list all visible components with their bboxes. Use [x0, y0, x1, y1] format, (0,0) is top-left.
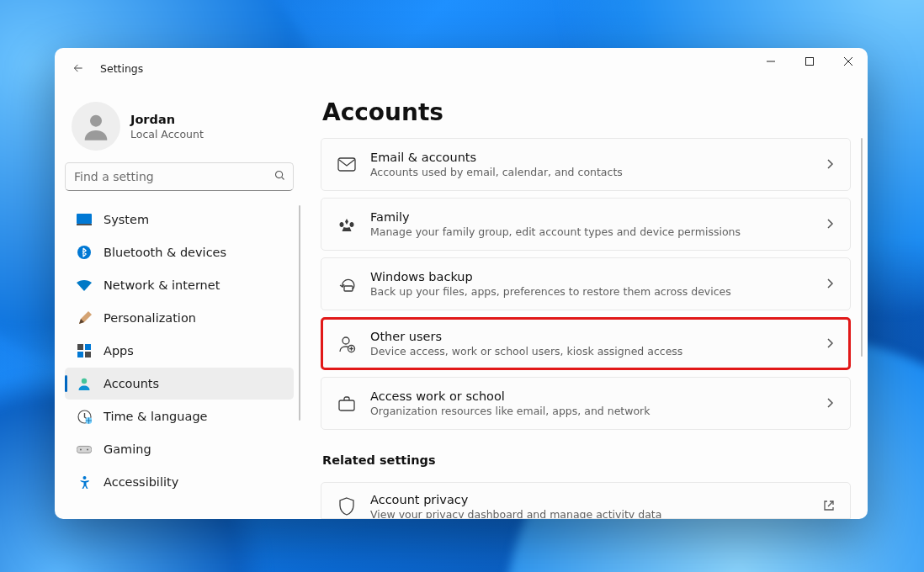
svg-point-14: [80, 448, 82, 450]
card-title: Access work or school: [370, 389, 811, 403]
svg-point-2: [276, 171, 283, 177]
card-windows-backup[interactable]: Windows backup Back up your files, apps,…: [321, 257, 851, 310]
time-language-icon: [77, 409, 92, 424]
sidebar-item-accessibility[interactable]: Accessibility: [65, 466, 294, 498]
svg-rect-9: [85, 352, 91, 358]
sidebar-item-accounts[interactable]: Accounts: [65, 368, 294, 400]
card-title: Email & accounts: [370, 151, 811, 164]
svg-rect-4: [77, 224, 92, 225]
svg-point-1: [90, 115, 102, 127]
window-controls: [751, 48, 868, 88]
card-title: Account privacy: [370, 493, 810, 506]
svg-point-16: [82, 476, 86, 479]
sidebar-item-gaming[interactable]: Gaming: [65, 433, 294, 465]
sidebar-item-time-language[interactable]: Time & language: [65, 400, 294, 432]
sidebar-item-label: System: [104, 213, 149, 226]
backup-icon: [337, 274, 357, 294]
card-subtitle: Organization resources like email, apps,…: [370, 405, 811, 417]
svg-rect-0: [806, 58, 814, 66]
chevron-right-icon: [825, 336, 835, 352]
sidebar-item-label: Time & language: [104, 410, 208, 423]
sidebar-item-personalization[interactable]: Personalization: [65, 302, 294, 334]
card-subtitle: Accounts used by email, calendar, and co…: [370, 166, 811, 178]
related-settings-label: Related settings: [322, 453, 851, 467]
bluetooth-icon: [77, 245, 92, 260]
profile-block[interactable]: Jordan Local Account: [63, 97, 307, 162]
maximize-button[interactable]: [790, 48, 829, 75]
svg-rect-6: [77, 344, 83, 350]
card-subtitle: Manage your family group, edit account t…: [370, 225, 811, 238]
svg-rect-8: [77, 352, 83, 358]
card-account-privacy[interactable]: Account privacy View your privacy dashbo…: [321, 482, 851, 519]
wifi-icon: [77, 278, 92, 293]
card-subtitle: Back up your files, apps, preferences to…: [370, 285, 811, 298]
other-users-icon: [337, 334, 357, 354]
search-input-wrap[interactable]: [65, 162, 294, 191]
accounts-icon: [77, 376, 92, 391]
accessibility-icon: [77, 474, 92, 490]
svg-point-10: [82, 379, 87, 384]
sidebar: Jordan Local Account System: [55, 88, 307, 519]
close-button[interactable]: [829, 48, 868, 75]
titlebar: Settings: [55, 48, 868, 88]
chevron-right-icon: [825, 395, 835, 411]
svg-rect-21: [339, 400, 354, 410]
family-icon: [337, 214, 357, 235]
shield-icon: [337, 496, 357, 516]
main-scrollbar[interactable]: [861, 138, 863, 357]
svg-point-19: [343, 337, 349, 344]
sidebar-scrollbar[interactable]: [299, 205, 300, 421]
gaming-icon: [77, 442, 92, 457]
avatar: [72, 102, 120, 151]
sidebar-nav: System Bluetooth & devices Network & int…: [63, 204, 307, 498]
profile-name: Jordan: [130, 113, 204, 126]
personalization-icon: [77, 310, 92, 326]
sidebar-item-label: Bluetooth & devices: [104, 246, 226, 259]
mail-icon: [337, 155, 357, 175]
minimize-button[interactable]: [751, 48, 790, 75]
svg-rect-18: [344, 286, 353, 291]
back-button[interactable]: [63, 53, 93, 83]
card-title: Windows backup: [370, 270, 811, 283]
sidebar-item-label: Network & internet: [104, 278, 220, 292]
card-email-accounts[interactable]: Email & accounts Accounts used by email,…: [321, 138, 851, 191]
sidebar-item-label: Accounts: [104, 377, 159, 390]
card-subtitle: View your privacy dashboard and manage a…: [370, 508, 810, 520]
chevron-right-icon: [825, 276, 835, 292]
system-icon: [77, 212, 92, 227]
main-content: Accounts Email & accounts Accounts used …: [307, 88, 868, 519]
svg-point-15: [87, 448, 88, 450]
search-input[interactable]: [74, 170, 273, 183]
card-other-users[interactable]: Other users Device access, work or schoo…: [321, 317, 851, 370]
profile-account-type: Local Account: [130, 128, 204, 140]
svg-rect-3: [77, 214, 92, 224]
card-title: Other users: [370, 330, 811, 343]
sidebar-item-apps[interactable]: Apps: [65, 335, 294, 367]
sidebar-item-network[interactable]: Network & internet: [65, 269, 294, 301]
svg-rect-13: [77, 446, 92, 453]
chevron-right-icon: [825, 216, 835, 232]
svg-rect-7: [85, 344, 91, 350]
sidebar-item-label: Personalization: [104, 311, 196, 325]
card-access-work-school[interactable]: Access work or school Organization resou…: [321, 377, 851, 430]
sidebar-item-label: Gaming: [104, 442, 151, 456]
search-icon: [273, 169, 286, 185]
card-subtitle: Device access, work or school users, kio…: [370, 345, 811, 358]
open-link-icon: [823, 499, 835, 515]
svg-rect-17: [338, 158, 355, 171]
card-title: Family: [370, 210, 811, 224]
card-family[interactable]: Family Manage your family group, edit ac…: [321, 198, 851, 251]
briefcase-icon: [337, 394, 357, 414]
chevron-right-icon: [825, 156, 835, 172]
page-title: Accounts: [322, 98, 851, 126]
sidebar-item-label: Accessibility: [104, 475, 178, 489]
sidebar-item-bluetooth[interactable]: Bluetooth & devices: [65, 236, 294, 268]
sidebar-item-system[interactable]: System: [65, 204, 294, 236]
settings-window: Settings Jordan Local Account: [55, 48, 868, 519]
settings-cards: Email & accounts Accounts used by email,…: [321, 138, 851, 519]
apps-icon: [77, 343, 92, 358]
sidebar-item-label: Apps: [104, 344, 134, 358]
app-title: Settings: [100, 62, 143, 75]
